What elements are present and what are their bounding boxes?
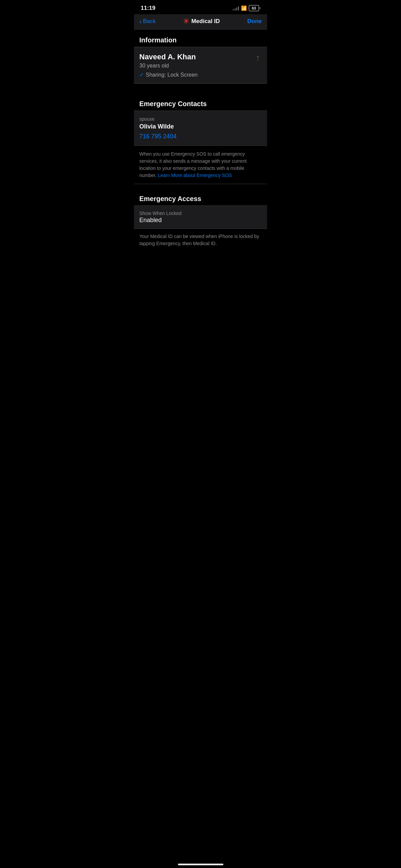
access-card: Show When Locked Enabled: [134, 205, 267, 229]
section-spacer-2: [134, 184, 267, 192]
show-when-locked-value: Enabled: [139, 217, 262, 224]
signal-icon: [233, 6, 239, 11]
sos-note: When you use Emergency SOS to call emerg…: [134, 146, 267, 184]
contact-card: spouse Olivia Wilde 716 795 2404: [134, 111, 267, 146]
battery-icon: 63: [249, 5, 260, 11]
information-section-header: Information: [134, 29, 267, 47]
battery-level: 63: [249, 5, 259, 11]
nav-bar: ‹ Back ✳ Medical ID Done: [134, 14, 267, 29]
access-note: Your Medical ID can be viewed when iPhon…: [134, 229, 267, 255]
contact-phone[interactable]: 716 795 2404: [139, 133, 262, 140]
sharing-row: ✓ Sharing: Lock Screen: [139, 72, 262, 78]
emergency-contacts-section-header: Emergency Contacts: [134, 92, 267, 111]
wifi-icon: 📶: [241, 5, 247, 11]
back-label: Back: [143, 18, 156, 25]
emergency-contacts-header-text: Emergency Contacts: [139, 100, 207, 107]
information-header-text: Information: [139, 36, 177, 44]
title-text: Medical ID: [191, 18, 220, 25]
sharing-check-icon: ✓: [139, 72, 144, 78]
contact-relation: spouse: [139, 116, 262, 122]
scroll-up-arrow: ↑: [256, 53, 260, 63]
emergency-access-header-text: Emergency Access: [139, 195, 201, 202]
show-when-locked-label: Show When Locked: [139, 211, 262, 216]
home-indicator: [178, 864, 223, 865]
page-title: ✳ Medical ID: [183, 18, 220, 25]
medical-asterisk-icon: ✳: [183, 18, 189, 25]
status-icons: 📶 63: [233, 5, 260, 11]
contact-name: Olivia Wilde: [139, 123, 262, 130]
status-bar: 11:19 📶 63: [134, 0, 267, 14]
status-time: 11:19: [141, 5, 155, 12]
access-note-text: Your Medical ID can be viewed when iPhon…: [139, 234, 259, 246]
sos-note-text: When you use Emergency SOS to call emerg…: [139, 151, 247, 178]
back-button[interactable]: ‹ Back: [139, 18, 156, 25]
done-button[interactable]: Done: [247, 18, 262, 25]
sharing-text: Sharing: Lock Screen: [146, 72, 198, 78]
chevron-left-icon: ‹: [139, 18, 142, 25]
person-age: 30 years old: [139, 63, 262, 69]
emergency-access-section-header: Emergency Access: [134, 192, 267, 205]
sos-learn-more-link[interactable]: Learn More about Emergency SOS: [158, 173, 232, 178]
section-spacer-1: [134, 84, 267, 92]
person-name: Naveed A. Khan: [139, 53, 262, 61]
person-info-card: Naveed A. Khan 30 years old ✓ Sharing: L…: [134, 47, 267, 84]
